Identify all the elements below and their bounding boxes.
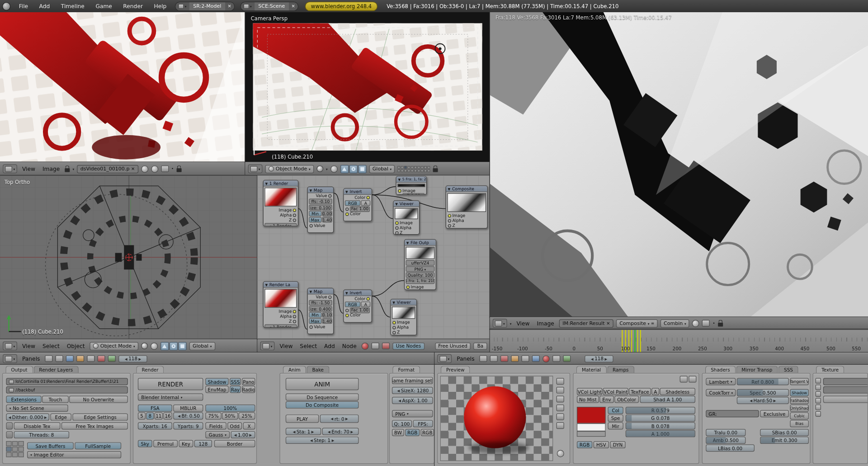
edge-settings-button[interactable]: Edge Settings bbox=[72, 414, 127, 421]
quality-slider[interactable]: Quality: 100 bbox=[406, 272, 435, 278]
socket-icon[interactable] bbox=[293, 310, 296, 313]
bw-toggle[interactable]: BW bbox=[392, 429, 404, 436]
frame-decrement-icon[interactable]: ◀ bbox=[125, 357, 127, 361]
socket-icon[interactable] bbox=[395, 226, 398, 229]
collapse-icon[interactable]: ▼ bbox=[406, 240, 409, 245]
frame-number-field[interactable]: ◀ 118 ▶ bbox=[118, 355, 147, 362]
menu-render[interactable]: Render bbox=[118, 3, 148, 9]
decrement-icon[interactable]: ◀ bbox=[178, 414, 180, 418]
decrement-icon[interactable]: ◀ bbox=[331, 417, 334, 421]
max-toggle[interactable]: Max bbox=[309, 318, 321, 324]
socket-icon[interactable] bbox=[406, 285, 410, 288]
camera-3d-viewport[interactable]: Camera Persp (118) Cube.210 bbox=[245, 12, 490, 162]
material-nodes-icon[interactable] bbox=[362, 342, 369, 349]
fullsample-toggle[interactable]: FullSample bbox=[75, 442, 121, 449]
node-viewer[interactable]: ▼Viewer Image Alpha Z bbox=[393, 200, 420, 235]
trashadow-toggle[interactable]: TraShadow bbox=[790, 397, 809, 404]
preview-sky-icon[interactable] bbox=[557, 422, 564, 429]
socket-icon[interactable] bbox=[395, 221, 398, 224]
alpha-toggle[interactable]: A bbox=[361, 200, 370, 206]
onlyshad-toggle[interactable]: OnlyShad bbox=[790, 405, 809, 412]
screen-selector[interactable]: ▾ SR:2-Model ✕ bbox=[175, 1, 235, 11]
tex-options-icon[interactable] bbox=[6, 422, 13, 429]
blender-logo-icon[interactable] bbox=[2, 2, 10, 10]
socket-icon[interactable] bbox=[367, 196, 370, 199]
scene-dropdown-icon[interactable]: ▾ bbox=[250, 4, 252, 8]
decrement-icon[interactable]: ◀ bbox=[397, 389, 400, 393]
draw-type-dropdown-icon[interactable]: ▾ bbox=[326, 167, 328, 171]
aspx-slider[interactable]: ◀ AspX: 1.00 bbox=[392, 397, 433, 404]
rotate-manipulator-icon[interactable] bbox=[170, 342, 178, 350]
do-sequence-toggle[interactable]: Do Sequence bbox=[286, 394, 359, 401]
texface-alpha-toggle[interactable]: A bbox=[651, 388, 659, 395]
texture-channel-icon[interactable] bbox=[816, 411, 821, 417]
dyn-mode-toggle[interactable]: DYN bbox=[610, 441, 625, 448]
min-toggle[interactable]: Min bbox=[309, 211, 321, 217]
fac-slider[interactable]: Fac 1.00 bbox=[350, 206, 370, 212]
editor-type-selector[interactable]: ▾ bbox=[260, 342, 275, 351]
scene-context-icon[interactable] bbox=[98, 355, 105, 362]
texture-channel-icon[interactable] bbox=[816, 405, 821, 410]
node-file-output[interactable]: ▼File Outp ufferVZ4 PNG▾ Quality: 100 5 … bbox=[404, 239, 436, 290]
obcolor-toggle[interactable]: ObColor bbox=[614, 396, 639, 403]
menu-select[interactable]: Select bbox=[297, 343, 319, 349]
b-slider[interactable]: B 0.078 bbox=[626, 422, 695, 429]
render-pass-dropdown[interactable]: Combin ▾ bbox=[660, 319, 689, 327]
collapse-icon[interactable]: ▼ bbox=[345, 291, 348, 295]
edge-toggle[interactable]: Edge bbox=[50, 414, 71, 421]
preview-cube-icon[interactable] bbox=[557, 396, 564, 403]
menu-panels[interactable]: Panels bbox=[454, 356, 476, 362]
menu-select[interactable]: Select bbox=[40, 343, 62, 349]
no-overwrite-toggle[interactable]: No Overwrite bbox=[69, 396, 128, 403]
save-buffers-toggle[interactable]: Save Buffers bbox=[27, 442, 74, 449]
collapse-icon[interactable]: ▼ bbox=[395, 202, 398, 206]
rgb-toggle[interactable]: RGB bbox=[345, 200, 360, 206]
decrement-icon[interactable]: ◀ bbox=[310, 438, 313, 442]
paste-material-icon[interactable] bbox=[689, 376, 696, 382]
node-invert[interactable]: ▼Invert Color RGB A Fac 1.00 Color bbox=[343, 188, 372, 221]
editing-context-icon[interactable] bbox=[522, 355, 529, 362]
render-path-field[interactable]: lo\Cortinilla 01\Renders\Final Render\ZB… bbox=[6, 378, 127, 385]
sizex-slider[interactable]: ◀ SizeX: 1280 bbox=[392, 387, 433, 394]
menu-help[interactable]: Help bbox=[149, 3, 171, 9]
socket-icon[interactable] bbox=[392, 331, 396, 334]
size-75-toggle[interactable]: 75% bbox=[205, 412, 222, 419]
exclusive-toggle[interactable]: Exclusive bbox=[760, 410, 789, 417]
osa-16-toggle[interactable]: 16 bbox=[163, 412, 172, 419]
diffuse-color-swatch[interactable] bbox=[577, 407, 606, 424]
render-layer-dropdown[interactable]: Composite ▾ ≡ bbox=[616, 319, 658, 327]
threads-slider[interactable]: Threads: 8 bbox=[14, 431, 69, 438]
image-datablock-field[interactable]: IM:Render Result ✕ bbox=[559, 319, 613, 327]
layers-grid[interactable] bbox=[398, 166, 430, 172]
offs-field[interactable]: ffs: -0.10 bbox=[309, 199, 332, 204]
socket-icon[interactable] bbox=[293, 218, 296, 221]
scene-name[interactable]: SCE:Scene bbox=[255, 2, 289, 10]
image-editor-viewport[interactable] bbox=[0, 12, 245, 162]
tab-texture[interactable]: Texture bbox=[816, 366, 844, 373]
preview-refresh-icon[interactable] bbox=[557, 450, 564, 457]
scene-context-icon[interactable] bbox=[532, 355, 540, 362]
threads-auto-icon[interactable] bbox=[6, 431, 13, 438]
socket-icon[interactable] bbox=[309, 325, 312, 328]
disable-tex-toggle[interactable]: Disable Tex bbox=[14, 422, 61, 429]
socket-icon[interactable] bbox=[392, 321, 396, 324]
menu-image[interactable]: Image bbox=[40, 166, 62, 172]
node-viewer-2[interactable]: ▼Viewer Image Alpha Z bbox=[390, 299, 417, 335]
decrement-icon[interactable]: ◀ bbox=[750, 399, 752, 403]
no-mist-toggle[interactable]: No Mist bbox=[577, 396, 599, 403]
fsa-toggle[interactable]: FSA bbox=[138, 405, 172, 412]
keyframe-line[interactable] bbox=[640, 330, 641, 353]
render-display-dropdown[interactable]: ▾ Image Editor bbox=[27, 451, 121, 458]
rotate-manipulator-icon[interactable] bbox=[349, 165, 357, 173]
lock-icon[interactable] bbox=[718, 322, 723, 326]
socket-icon[interactable] bbox=[448, 224, 451, 227]
uv-draw-icon[interactable] bbox=[151, 165, 158, 173]
lamp-subcontext-icon[interactable] bbox=[552, 355, 560, 362]
size-field[interactable]: ize: 0.400 bbox=[309, 306, 332, 311]
menu-view[interactable]: View bbox=[277, 343, 295, 349]
collapse-icon[interactable]: ▼ bbox=[448, 187, 451, 191]
socket-icon[interactable] bbox=[345, 207, 349, 211]
tab-anim[interactable]: Anim bbox=[283, 366, 306, 373]
editor-type-selector[interactable]: ▾ bbox=[248, 165, 263, 174]
editor-type-selector[interactable]: ▾ bbox=[493, 319, 507, 328]
